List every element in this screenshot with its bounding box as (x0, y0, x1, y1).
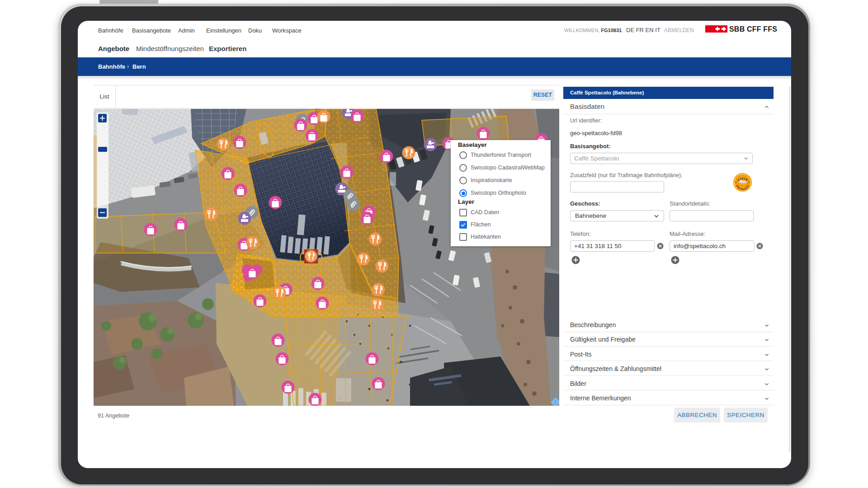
svg-text:SBB CFF FFS: SBB CFF FFS (729, 25, 777, 33)
